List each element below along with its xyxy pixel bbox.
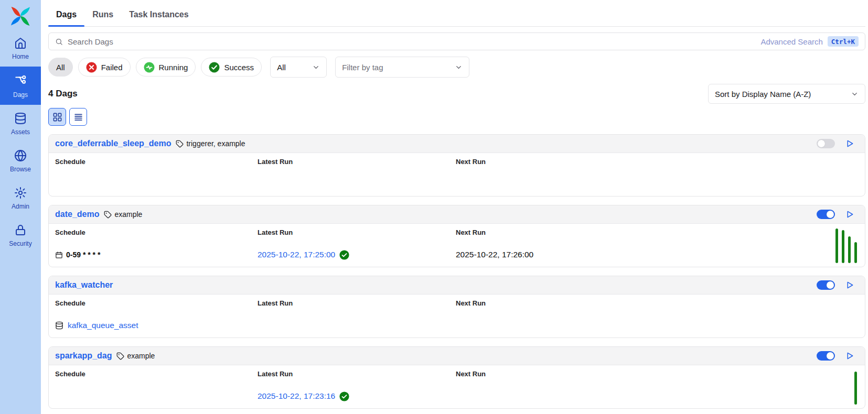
dag-tags: triggerer, example (176, 139, 245, 148)
schedule-value: 0-59 * * * * (55, 249, 258, 260)
trigger-dag-button[interactable] (845, 351, 854, 361)
sidebar-item-dags[interactable]: Dags (0, 67, 41, 105)
state-filter-value: All (277, 63, 286, 72)
status-chip-failed[interactable]: Failed (78, 58, 131, 77)
dag-card-body: Schedule Latest Run Next Run (49, 153, 865, 196)
next-run-value (456, 320, 859, 331)
sidebar-item-assets[interactable]: Assets (0, 105, 41, 142)
table-view-button[interactable] (69, 108, 87, 126)
tag-icon (176, 140, 184, 148)
next-run-value (456, 179, 859, 189)
database-icon (14, 112, 27, 125)
play-icon (845, 210, 854, 219)
sidebar-item-browse[interactable]: Browse (0, 142, 41, 179)
sidebar-item-label: Dags (13, 91, 28, 99)
dag-pause-toggle[interactable] (817, 210, 835, 219)
next-run-label: Next Run (456, 228, 859, 236)
lock-icon (14, 224, 27, 236)
dag-name-link[interactable]: core_deferrable_sleep_demo (55, 139, 171, 148)
sidebar-item-label: Security (9, 240, 31, 247)
latest-run-link[interactable]: 2025-10-22, 17:25:00 (258, 250, 335, 259)
chevron-down-icon (455, 63, 463, 71)
dag-card-body: Schedule kafka_queue_asset Latest Run Ne… (49, 295, 865, 337)
dag-card: kafka_watcher Schedule kafka (48, 276, 865, 338)
tab-dags[interactable]: Dags (48, 7, 84, 26)
card-view-button[interactable] (48, 108, 66, 126)
dag-count: 4 Dags (48, 89, 78, 99)
sidebar-item-label: Admin (12, 203, 29, 210)
list-header: 4 Dags Sort by Display Name (A-Z) (48, 84, 865, 104)
status-chip-running[interactable]: Running (136, 58, 196, 77)
sidebar-item-security[interactable]: Security (0, 216, 41, 254)
play-icon (845, 280, 854, 290)
sidebar-item-home[interactable]: Home (0, 29, 41, 67)
status-chip-all[interactable]: All (48, 58, 73, 77)
state-filter-select[interactable]: All (270, 57, 327, 78)
run-bar[interactable] (848, 236, 851, 263)
dag-card: sparkapp_dag example Schedule (48, 346, 865, 409)
trigger-dag-button[interactable] (845, 280, 854, 290)
chevron-down-icon (851, 90, 859, 98)
schedule-value: kafka_queue_asset (55, 320, 258, 331)
airflow-logo[interactable] (0, 0, 41, 29)
dag-pause-toggle[interactable] (817, 280, 835, 290)
home-icon (14, 37, 27, 49)
latest-run-label: Latest Run (258, 158, 456, 166)
dag-name-link[interactable]: kafka_watcher (55, 280, 113, 290)
tag-filter-select[interactable]: Filter by tag (335, 57, 469, 78)
schedule-label: Schedule (55, 228, 258, 236)
advanced-search-link[interactable]: Advanced Search (760, 37, 822, 46)
sort-select[interactable]: Sort by Display Name (A-Z) (708, 84, 865, 104)
dag-name-link[interactable]: date_demo (55, 210, 99, 219)
failed-icon (86, 62, 97, 73)
schedule-asset-link[interactable]: kafka_queue_asset (68, 321, 138, 330)
next-run-label: Next Run (456, 299, 859, 307)
dag-pause-toggle[interactable] (817, 351, 835, 361)
schedule-value (55, 179, 258, 189)
dag-name-link[interactable]: sparkapp_dag (55, 351, 112, 361)
next-run-label: Next Run (456, 370, 859, 378)
run-bar[interactable] (854, 372, 857, 405)
latest-run-link[interactable]: 2025-10-22, 17:23:16 (258, 391, 335, 401)
filter-row: All Failed Running Success All Filter by… (48, 57, 865, 78)
run-bar[interactable] (854, 242, 857, 263)
dag-pause-toggle[interactable] (817, 139, 835, 148)
gear-icon (14, 187, 27, 199)
grid-view-icon (52, 112, 62, 122)
search-bar: Advanced Search Ctrl+K (48, 32, 865, 50)
dag-card-header: sparkapp_dag example (49, 347, 865, 365)
sidebar-item-label: Browse (10, 166, 31, 173)
next-run-value: 2025-10-22, 17:26:00 (456, 249, 859, 260)
dag-card-header: date_demo example (49, 205, 865, 224)
top-tabs: Dags Runs Task Instances (48, 0, 865, 27)
latest-run-label: Latest Run (258, 228, 456, 236)
play-icon (845, 139, 854, 148)
sidebar-item-label: Home (12, 53, 29, 60)
trigger-dag-button[interactable] (845, 139, 854, 148)
run-bar[interactable] (842, 230, 844, 263)
trigger-dag-button[interactable] (845, 210, 854, 219)
sidebar-item-admin[interactable]: Admin (0, 179, 41, 216)
success-check-icon (339, 391, 349, 401)
dags-icon (14, 74, 27, 88)
search-icon (55, 38, 63, 46)
search-input[interactable] (68, 37, 756, 46)
tab-runs[interactable]: Runs (84, 7, 121, 26)
view-toggle-group (48, 108, 865, 126)
status-chip-success[interactable]: Success (201, 58, 262, 77)
dag-card: date_demo example Schedule 0- (48, 205, 865, 267)
next-run-label: Next Run (456, 158, 859, 166)
run-bar[interactable] (835, 228, 838, 263)
latest-run-label: Latest Run (258, 299, 456, 307)
pinwheel-icon (9, 5, 31, 27)
globe-icon (14, 149, 27, 162)
tag-icon (104, 211, 112, 219)
schedule-label: Schedule (55, 299, 258, 307)
sort-value: Sort by Display Name (A-Z) (715, 90, 811, 99)
run-history-bars (854, 372, 857, 405)
dag-card-header: kafka_watcher (49, 276, 865, 295)
main-content: Dags Runs Task Instances Advanced Search… (41, 0, 868, 414)
chevron-down-icon (312, 63, 320, 71)
next-run-value (456, 391, 859, 401)
tab-task-instances[interactable]: Task Instances (121, 7, 197, 26)
